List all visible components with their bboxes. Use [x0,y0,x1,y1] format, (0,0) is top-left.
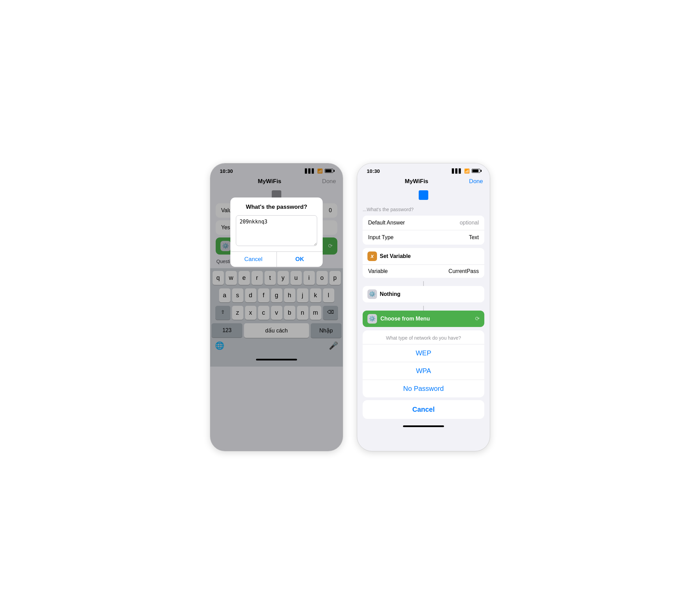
right-action-sheet: What type of network do you have? WEP WP… [363,330,484,397]
right-variable-label: Variable [368,268,388,274]
right-status-icons: ▋▋▋ 📶 [452,168,480,174]
right-choose-block[interactable]: ⚙️ Choose from Menu ⟳ [363,311,484,327]
right-sheet-wep[interactable]: WEP [363,344,484,362]
left-dialog-overlay: What's the password? Cancel OK [210,163,343,451]
right-progress-dot [419,190,428,200]
left-dialog-ok[interactable]: OK [277,252,323,267]
right-variable-icon: x [367,251,377,261]
right-choose-spin: ⟳ [475,315,479,322]
right-phone: 10:30 ▋▋▋ 📶 MyWiFis Done ...What's the p… [357,163,490,451]
right-nothing-block[interactable]: ⚙️ Nothing [363,286,484,302]
right-truncated-row: ...What's the password? [357,203,490,216]
right-variable-row: Variable CurrentPass [363,265,484,278]
right-default-answer-row: Default Answer optional [363,216,484,230]
left-dialog: What's the password? Cancel OK [230,198,323,267]
right-input-type-label: Input Type [368,234,393,240]
right-truncated-text: ...What's the password? [363,207,414,212]
right-nav-bar: MyWiFis Done [357,177,490,188]
left-dialog-title: What's the password? [230,198,323,213]
right-set-variable-block[interactable]: x Set Variable Variable CurrentPass [363,248,484,278]
left-dialog-buttons: Cancel OK [230,251,323,267]
right-default-answer-label: Default Answer [368,220,405,226]
right-done-button[interactable]: Done [469,178,483,185]
right-connector-1 [357,281,490,286]
left-dialog-input[interactable] [236,215,317,246]
right-wifi-icon: 📶 [464,168,470,174]
right-nothing-label: Nothing [380,291,400,297]
screenshot-container: 10:30 ▋▋▋ 📶 MyWiFis Done Valu 0 [210,163,490,451]
right-set-variable-title: Set Variable [380,253,411,259]
left-phone: 10:30 ▋▋▋ 📶 MyWiFis Done Valu 0 [210,163,343,451]
right-action-sheet-container: What type of network do you have? WEP WP… [363,330,484,419]
right-set-variable-header: x Set Variable [363,248,484,265]
right-status-time: 10:30 [367,168,380,174]
right-choose-icon: ⚙️ [367,314,377,324]
right-default-answer-value[interactable]: optional [460,220,479,226]
left-dialog-cancel[interactable]: Cancel [230,252,277,267]
right-sheet-question: What type of network do you have? [363,330,484,344]
right-sheet-wpa[interactable]: WPA [363,362,484,380]
right-nav-title: MyWiFis [405,178,428,185]
right-signal-icon: ▋▋▋ [452,168,462,174]
right-connector-2 [357,306,490,311]
right-sheet-cancel[interactable]: Cancel [363,400,484,419]
right-nothing-icon: ⚙️ [367,289,377,299]
right-home-bar-line [403,425,444,427]
right-choose-label: Choose from Menu [380,316,430,322]
right-input-type-value[interactable]: Text [469,234,479,240]
left-dialog-input-area [230,213,323,251]
right-input-type-row: Input Type Text [363,230,484,245]
right-battery-icon [472,169,480,173]
right-home-bar [357,419,490,433]
right-variable-value[interactable]: CurrentPass [448,268,479,274]
right-progress-row [357,188,490,203]
right-sheet-no-password[interactable]: No Password [363,380,484,397]
right-section-card: Default Answer optional Input Type Text [363,216,484,245]
right-status-bar: 10:30 ▋▋▋ 📶 [357,163,490,177]
